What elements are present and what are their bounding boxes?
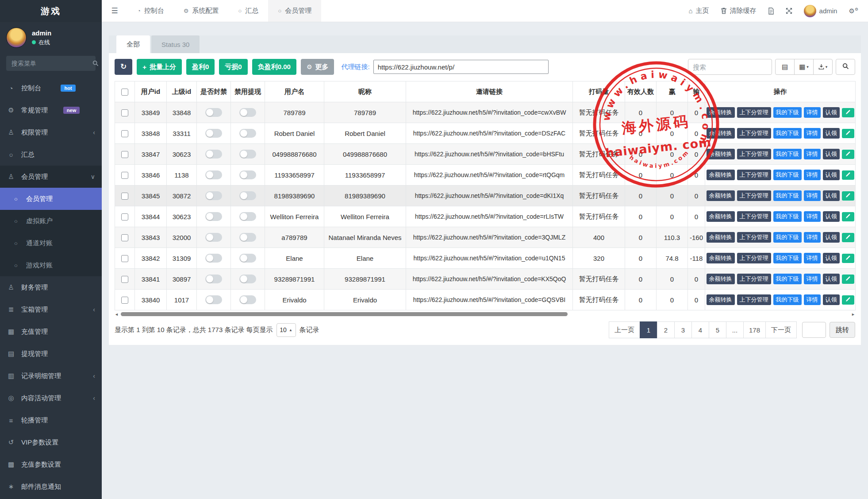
topbar-tab[interactable]: ○ 汇总 [229,0,269,22]
updown-manage-button[interactable]: 上下分管理 [737,232,771,243]
subordinates-button[interactable]: 我的下级 [773,253,802,263]
withdraw-disable-toggle[interactable] [239,295,256,304]
balance-transfer-button[interactable]: 余额转换 [707,211,735,222]
ban-toggle[interactable] [205,191,222,200]
page-size-select[interactable]: 10 ▲ [277,323,296,337]
updown-manage-button[interactable]: 上下分管理 [737,274,771,284]
page-button[interactable]: 1 [640,321,657,338]
scroll-right-arrow[interactable]: ► [851,312,855,317]
details-button[interactable]: 详情 [804,253,821,263]
withdraw-disable-toggle[interactable] [239,275,256,283]
details-button[interactable]: 详情 [804,211,821,222]
edit-button[interactable] [842,170,854,180]
sidebar-item[interactable]: ○ 游戏对账 [0,254,102,276]
subordinates-button[interactable]: 我的下级 [773,107,802,118]
topbar-tab[interactable]: ○ 会员管理 [268,0,321,22]
sidebar-item[interactable]: ♙ 权限管理 ‹ [0,121,102,143]
sidebar-item[interactable]: ≣ 宝箱管理 ‹ [0,298,102,321]
subordinates-button[interactable]: 我的下级 [773,294,802,305]
updown-manage-button[interactable]: 上下分管理 [737,253,771,263]
claim-button[interactable]: 认领 [823,128,840,139]
sidebar-item[interactable]: ○ 通道对账 [0,232,102,254]
ban-toggle[interactable] [205,275,222,283]
claim-button[interactable]: 认领 [823,149,840,159]
updown-manage-button[interactable]: 上下分管理 [737,170,771,180]
agent-link-input[interactable] [373,60,549,74]
row-checkbox[interactable] [121,213,128,220]
ban-toggle[interactable] [205,233,222,242]
sidebar-item[interactable]: ∗ 邮件消息通知 [0,476,102,498]
log-button[interactable] [768,8,774,15]
claim-button[interactable]: 认领 [823,211,840,222]
subordinates-button[interactable]: 我的下级 [773,274,802,284]
withdraw-disable-toggle[interactable] [239,233,256,242]
claim-button[interactable]: 认领 [823,190,840,201]
menu-toggle-icon[interactable]: ☰ [102,0,127,22]
claim-button[interactable]: 认领 [823,294,840,305]
table-search-input[interactable] [688,59,772,75]
balance-transfer-button[interactable]: 余额转换 [707,107,735,118]
withdraw-disable-toggle[interactable] [239,108,256,117]
edit-button[interactable] [842,108,854,117]
subordinates-button[interactable]: 我的下级 [773,211,802,222]
withdraw-disable-toggle[interactable] [239,170,256,179]
row-checkbox[interactable] [121,109,128,116]
page-button[interactable]: 上一页 [609,321,640,338]
sidebar-item[interactable]: ▥ 记录明细管理 ‹ [0,365,102,387]
status-tab[interactable]: 全部 [116,35,150,53]
page-button[interactable]: 2 [657,321,675,338]
edit-button[interactable] [842,191,854,201]
claim-button[interactable]: 认领 [823,170,840,180]
refresh-button[interactable]: ↻ [115,59,132,75]
withdraw-disable-toggle[interactable] [239,129,256,138]
sidebar-item[interactable]: ↺ VIP参数设置 [0,431,102,453]
ban-toggle[interactable] [205,254,222,263]
sidebar-item[interactable]: ◎ 内容活动管理 ‹ [0,387,102,409]
more-button[interactable]: ⚙ 更多 [301,59,334,75]
edit-button[interactable] [842,150,854,159]
claim-button[interactable]: 认领 [823,232,840,243]
balance-transfer-button[interactable]: 余额转换 [707,170,735,180]
topbar-tab[interactable]: ◔ 控制台 [127,0,174,22]
page-button[interactable]: 5 [709,321,726,338]
ban-toggle[interactable] [205,212,222,221]
export-button[interactable]: ▾ [813,59,833,75]
edit-button[interactable] [842,295,854,305]
claim-button[interactable]: 认领 [823,274,840,284]
row-checkbox[interactable] [121,172,128,179]
subordinates-button[interactable]: 我的下级 [773,149,802,159]
details-button[interactable]: 详情 [804,107,821,118]
sidebar-item[interactable]: ○ 汇总 [0,143,102,166]
page-jump-input[interactable] [802,322,826,338]
sidebar-item[interactable]: ○ 虚拟账户 [0,210,102,232]
withdraw-disable-toggle[interactable] [239,212,256,221]
row-checkbox[interactable] [121,234,128,241]
subordinates-button[interactable]: 我的下级 [773,128,802,139]
balance-transfer-button[interactable]: 余额转换 [707,232,735,243]
claim-button[interactable]: 认领 [823,253,840,263]
row-checkbox[interactable] [121,255,128,262]
subordinates-button[interactable]: 我的下级 [773,170,802,180]
loss-button[interactable]: 亏损0 [219,59,247,75]
withdraw-disable-toggle[interactable] [239,150,256,159]
withdraw-disable-toggle[interactable] [239,254,256,263]
updown-manage-button[interactable]: 上下分管理 [737,107,771,118]
sidebar-item[interactable]: ⚙ 常规管理 new [0,99,102,121]
subordinates-button[interactable]: 我的下级 [773,232,802,243]
balance-transfer-button[interactable]: 余额转换 [707,190,735,201]
balance-transfer-button[interactable]: 余额转换 [707,128,735,139]
columns-button[interactable]: ▦▾ [794,59,814,75]
sidebar-item[interactable]: ♙ 会员管理 ∨ [0,166,102,188]
detail-view-button[interactable]: ▤ [775,59,795,75]
subordinates-button[interactable]: 我的下级 [773,190,802,201]
balance-transfer-button[interactable]: 余额转换 [707,149,735,159]
topbar-tab[interactable]: ⚙ 系统配置 [174,0,229,22]
fullscreen-button[interactable] [786,8,792,14]
ban-toggle[interactable] [205,150,222,159]
page-button[interactable]: 3 [674,321,692,338]
batch-score-button[interactable]: + 批量上分 [137,59,182,75]
page-button[interactable]: 下一页 [765,321,797,338]
edit-button[interactable] [842,254,854,263]
row-checkbox[interactable] [121,193,128,200]
row-checkbox[interactable] [121,151,128,158]
